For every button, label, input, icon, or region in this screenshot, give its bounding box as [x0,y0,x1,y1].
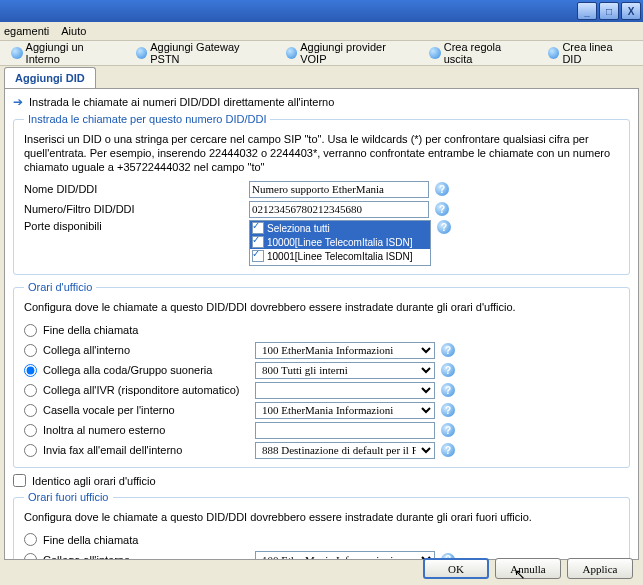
toolbar-add-voip[interactable]: Aggiungi provider VOIP [279,38,419,68]
external-input[interactable] [255,422,435,439]
radio-voicemail[interactable] [24,404,37,417]
radio-external-label: Inoltra al numero esterno [43,424,255,436]
did-filter-input[interactable] [249,201,429,218]
section-office-hours: Orari d'ufficio Configura dove le chiama… [13,281,630,468]
ok-button[interactable]: OK [423,558,489,579]
tab-row: Aggiungi DID [0,66,643,88]
ports-item[interactable]: 10001[Linee TelecomItalia ISDN] [250,249,430,263]
radio-external[interactable] [24,424,37,437]
radio-extension[interactable] [24,344,37,357]
ivr-select[interactable] [255,382,435,399]
radio-voicemail-label: Casella vocale per l'interno [43,404,255,416]
help-icon[interactable]: ? [441,363,455,377]
section-did-legend: Instrada le chiamate per questo numero D… [24,113,270,125]
radio-ivr[interactable] [24,384,37,397]
radio-fax[interactable] [24,444,37,457]
help-icon[interactable]: ? [441,403,455,417]
phone-icon [11,47,23,59]
toolbar-add-rule[interactable]: Crea regola uscita [422,38,537,68]
radio-oo-end-call[interactable] [24,533,37,546]
menu-file[interactable]: egamenti [4,25,49,37]
fax-select[interactable]: 888 Destinazione di default per il FAX [255,442,435,459]
section-out-of-office: Orari fuori ufficio Configura dove le ch… [13,491,630,560]
radio-extension-label: Collega all'interno [43,344,255,356]
help-icon[interactable]: ? [441,343,455,357]
rule-icon [429,47,441,59]
radio-ivr-label: Collega all'IVR (risponditore automatico… [43,384,255,396]
did-name-input[interactable] [249,181,429,198]
cancel-button[interactable]: Annulla [495,558,561,579]
help-icon[interactable]: ? [441,423,455,437]
out-office-desc: Configura dove le chiamate a questo DID/… [24,511,619,525]
tab-add-did[interactable]: Aggiungi DID [4,67,96,88]
help-icon[interactable]: ? [441,443,455,457]
apply-button[interactable]: Applica [567,558,633,579]
maximize-button[interactable]: □ [599,2,619,20]
ports-select-all[interactable]: Seleziona tutti [250,221,430,235]
section-did-number: Instrada le chiamate per questo numero D… [13,113,630,275]
oo-extension-select[interactable]: 100 EtherMania Informazioni [255,551,435,560]
radio-end-call-label: Fine della chiamata [43,324,255,336]
page-instruction: Instrada le chiamate ai numeri DID/DDI d… [29,96,334,108]
radio-fax-label: Invia fax all'email dell'interno [43,444,255,456]
content-pane: ➔ Instrada le chiamate ai numeri DID/DDI… [4,88,639,560]
help-icon[interactable]: ? [435,182,449,196]
ports-label: Porte disponibili [24,220,249,232]
identical-hours-label: Identico agli orari d'ufficio [32,475,156,487]
section-did-description: Inserisci un DID o una stringa per cerca… [24,133,619,174]
did-filter-label: Numero/Filtro DID/DDI [24,203,249,215]
office-legend: Orari d'ufficio [24,281,96,293]
identical-hours-checkbox[interactable] [13,474,26,487]
close-button[interactable]: X [621,2,641,20]
help-icon[interactable]: ? [437,220,451,234]
toolbar: Aggiungi un Interno Aggiungi Gateway PST… [0,41,643,66]
radio-end-call[interactable] [24,324,37,337]
help-icon[interactable]: ? [441,383,455,397]
queue-select[interactable]: 800 Tutti gli interni [255,362,435,379]
radio-oo-extension[interactable] [24,553,37,560]
toolbar-add-gateway[interactable]: Aggiungi Gateway PSTN [129,38,275,68]
toolbar-add-extension[interactable]: Aggiungi un Interno [4,38,125,68]
ports-item[interactable]: 10000[Linee TelecomItalia ISDN] [250,235,430,249]
ports-listbox[interactable]: Seleziona tutti 10000[Linee TelecomItali… [249,220,431,266]
minimize-button[interactable]: _ [577,2,597,20]
did-name-label: Nome DID/DDI [24,183,249,195]
menu-help[interactable]: Aiuto [61,25,86,37]
arrow-icon: ➔ [13,95,23,109]
radio-queue-label: Collega alla coda/Gruppo suoneria [43,364,255,376]
out-office-legend: Orari fuori ufficio [24,491,113,503]
voip-icon [286,47,298,59]
server-icon [136,47,148,59]
voicemail-select[interactable]: 100 EtherMania Informazioni [255,402,435,419]
radio-queue[interactable] [24,364,37,377]
help-icon[interactable]: ? [435,202,449,216]
titlebar: _ □ X [0,0,643,22]
dialog-buttons: OK Annulla Applica [423,558,633,579]
extension-select[interactable]: 100 EtherMania Informazioni [255,342,435,359]
did-icon [548,47,560,59]
office-desc: Configura dove le chiamate a questo DID/… [24,301,619,315]
toolbar-add-did[interactable]: Crea linea DID [541,38,639,68]
